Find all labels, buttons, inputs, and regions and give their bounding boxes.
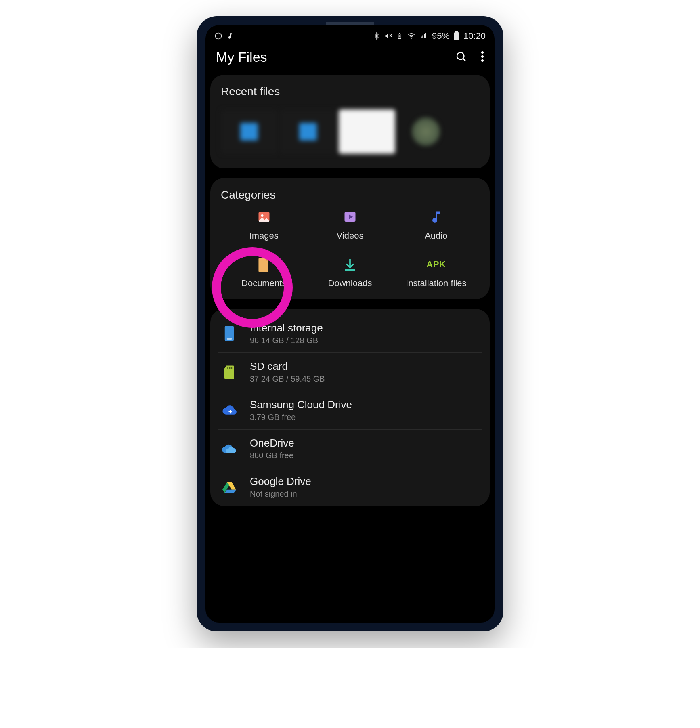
downloads-icon [342, 256, 358, 273]
storage-title: OneDrive [250, 437, 294, 449]
battery-percent: 95% [432, 31, 450, 41]
category-label: Images [249, 231, 279, 241]
storage-sdcard[interactable]: SD card 37.24 GB / 59.45 GB [218, 352, 482, 391]
storage-google-drive[interactable]: Google Drive Not signed in [218, 468, 482, 506]
svg-point-19 [481, 59, 484, 62]
category-label: Documents [241, 278, 286, 289]
search-button[interactable] [455, 50, 467, 64]
storage-title: Internal storage [250, 322, 323, 334]
storage-sub: 96.14 GB / 128 GB [250, 336, 323, 345]
google-drive-icon [220, 481, 239, 493]
svg-rect-12 [425, 33, 426, 39]
screen: 95% 10:20 My Files Recent files [205, 25, 495, 623]
svg-point-15 [457, 52, 464, 60]
images-icon [256, 209, 272, 225]
battery-icon [454, 31, 459, 40]
svg-point-21 [261, 214, 263, 217]
category-label: Audio [425, 231, 447, 241]
internal-storage-icon [220, 325, 239, 342]
category-documents[interactable]: Documents [221, 256, 307, 289]
svg-rect-14 [455, 31, 458, 33]
documents-icon [256, 256, 272, 273]
category-downloads[interactable]: Downloads [307, 256, 393, 289]
svg-line-16 [463, 59, 465, 61]
more-options-button[interactable] [481, 50, 484, 64]
svg-rect-11 [424, 34, 425, 39]
storage-card: Internal storage 96.14 GB / 128 GB SD ca… [210, 309, 490, 506]
status-bar: 95% 10:20 [205, 25, 495, 45]
recent-files-title: Recent files [221, 85, 479, 98]
category-label: Installation files [406, 278, 466, 289]
clock: 10:20 [463, 31, 486, 41]
category-images[interactable]: Images [221, 209, 307, 241]
storage-title: SD card [250, 360, 325, 373]
samsung-cloud-icon [220, 405, 239, 416]
svg-rect-29 [231, 367, 232, 369]
signal-icon [420, 32, 428, 40]
videos-icon [342, 209, 358, 225]
svg-rect-9 [421, 37, 421, 39]
categories-card: Categories Images Videos [210, 178, 490, 299]
storage-sub: Not signed in [250, 489, 311, 499]
recent-files-card: Recent files [210, 75, 490, 168]
category-audio[interactable]: Audio [393, 209, 479, 241]
storage-title: Google Drive [250, 475, 311, 488]
storage-title: Samsung Cloud Drive [250, 399, 352, 411]
storage-sub: 3.79 GB free [250, 413, 352, 422]
category-installation-files[interactable]: APK Downloads Installation files [393, 256, 479, 289]
category-label: Downloads [328, 278, 372, 289]
phone-frame: 95% 10:20 My Files Recent files [197, 16, 503, 631]
storage-onedrive[interactable]: OneDrive 860 GB free [218, 429, 482, 468]
app-bar: My Files [205, 45, 495, 75]
wifi-icon [407, 32, 416, 40]
sd-card-icon [220, 365, 239, 379]
category-videos[interactable]: Videos [307, 209, 393, 241]
storage-samsung-cloud[interactable]: Samsung Cloud Drive 3.79 GB free [218, 391, 482, 429]
apk-icon: APK [428, 256, 444, 273]
category-label: Videos [337, 231, 364, 241]
audio-icon [428, 209, 444, 225]
storage-sub: 37.24 GB / 59.45 GB [250, 374, 325, 384]
svg-point-18 [481, 55, 484, 58]
battery-saver-icon [396, 32, 403, 40]
music-icon [226, 32, 234, 40]
recent-files-thumbnails[interactable] [221, 105, 479, 158]
bluetooth-icon [373, 32, 380, 40]
storage-internal[interactable]: Internal storage 96.14 GB / 128 GB [218, 315, 482, 352]
dnd-icon [214, 32, 222, 40]
onedrive-icon [220, 443, 239, 454]
storage-sub: 860 GB free [250, 451, 294, 460]
svg-rect-13 [454, 32, 459, 40]
categories-title: Categories [221, 189, 479, 201]
svg-rect-26 [227, 338, 232, 340]
mute-icon [384, 32, 392, 40]
svg-rect-27 [227, 367, 228, 369]
svg-point-17 [481, 51, 484, 54]
svg-rect-10 [422, 36, 423, 39]
svg-point-8 [411, 38, 412, 39]
svg-rect-28 [229, 367, 230, 369]
app-title: My Files [216, 49, 267, 65]
